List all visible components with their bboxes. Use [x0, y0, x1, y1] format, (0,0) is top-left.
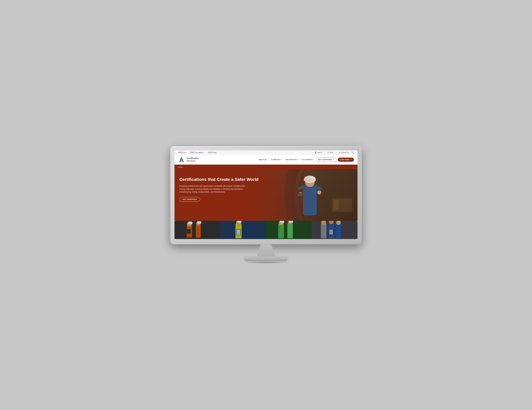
hero-description: Equipping professionals and organization…: [179, 185, 246, 193]
asnt-org-label: ASNT.org: [178, 152, 185, 153]
nav-recertification-label: Recertification: [285, 159, 297, 161]
nav-about-us-label: About Us: [259, 159, 266, 161]
get-certified-nav-button[interactable]: GET CERTIFIED ↗: [316, 157, 336, 162]
user-icon: 👤: [314, 151, 317, 154]
strip-image-3: [266, 221, 312, 239]
hero-content: Certifications that Create a Safer World…: [174, 169, 263, 206]
store-link[interactable]: 🛍 Store: [327, 152, 333, 153]
svg-rect-2: [181, 159, 182, 161]
hero-get-certified-label: GET CERTIFIED: [182, 199, 197, 200]
strip-3-overlay: [266, 221, 312, 239]
main-navigation: Certification Services About Us ▾ Certif…: [174, 155, 358, 164]
logo-certification: Certification: [187, 157, 199, 160]
monitor-shadow: [242, 261, 290, 264]
hero-title: Certifications that Create a Safer World: [179, 177, 258, 182]
strip-4-overlay: [312, 221, 358, 239]
strip-image-2: [220, 221, 266, 239]
monitor-bezel: ASNT.org ↗ ASNT Foundation ↗ ASNT India …: [170, 146, 362, 245]
mail-icon: ✉: [339, 152, 340, 154]
logo-services: Services: [187, 160, 199, 162]
nav-certification[interactable]: Certification ▾: [269, 158, 283, 162]
join-asnt-button[interactable]: JOIN ASNT ↗: [338, 158, 354, 162]
nav-links: About Us ▾ Certification ▾ Recertificati…: [257, 157, 354, 162]
asnt-foundation-link[interactable]: ASNT Foundation ↗: [190, 152, 205, 153]
screen: ASNT.org ↗ ASNT Foundation ↗ ASNT India …: [174, 150, 358, 239]
chevron-down-icon-recert: ▾: [298, 159, 298, 160]
external-link-icon-cert: ↗: [332, 159, 334, 161]
chevron-down-icon-accred: ▾: [313, 159, 314, 160]
logo-area[interactable]: Certification Services: [178, 156, 199, 163]
image-strip: [174, 221, 358, 239]
divider-2: |: [336, 151, 336, 154]
breadcrumb-home[interactable]: Home: [178, 166, 182, 168]
hero-get-certified-button[interactable]: GET CERTIFIED: [179, 197, 200, 202]
asnt-foundation-label: ASNT Foundation: [190, 152, 203, 153]
get-certified-nav-label: GET CERTIFIED: [318, 159, 332, 161]
search-icon: 🔍: [351, 151, 354, 154]
nav-certification-label: Certification: [271, 159, 281, 161]
monitor-wrapper: ASNT.org ↗ ASNT Foundation ↗ ASNT India …: [170, 146, 362, 264]
strip-2-overlay: [220, 221, 266, 239]
store-icon: 🛍: [327, 152, 329, 153]
asnt-org-link[interactable]: ASNT.org ↗: [178, 152, 187, 153]
monitor-base: [245, 257, 287, 260]
login-label: Log In: [317, 152, 322, 153]
asnt-india-label: ASNT India: [208, 152, 217, 153]
join-asnt-label: JOIN ASNT: [340, 159, 350, 161]
top-utility-bar: ASNT.org ↗ ASNT Foundation ↗ ASNT India …: [174, 150, 358, 155]
login-link[interactable]: 👤 Log In: [314, 151, 322, 154]
store-label: Store: [329, 152, 333, 153]
strip-1-overlay: [174, 221, 220, 239]
contact-us-link[interactable]: ✉ Contact Us: [339, 152, 349, 154]
breadcrumb-bar: Home: [174, 164, 358, 169]
top-bar-left-links: ASNT.org ↗ ASNT Foundation ↗ ASNT India: [178, 152, 217, 153]
top-bar-right-links: 👤 Log In | 🛍 Store | ✉ Contact Us 🔍: [314, 151, 354, 154]
hero-section: Certifications that Create a Safer World…: [174, 169, 358, 221]
logo-icon: [178, 156, 185, 163]
nav-accreditation-label: Accreditation: [302, 159, 313, 161]
external-link-icon-1: ↗: [186, 152, 187, 153]
search-button[interactable]: 🔍: [351, 151, 354, 154]
asnt-india-link[interactable]: ASNT India: [208, 152, 217, 153]
nav-recertification[interactable]: Recertification ▾: [284, 158, 300, 162]
chevron-down-icon-cert: ▾: [281, 159, 282, 160]
divider-1: |: [324, 151, 325, 154]
logo-text-area: Certification Services: [187, 157, 199, 162]
strip-image-1: [174, 221, 220, 239]
nav-accreditation[interactable]: Accreditation ▾: [301, 158, 315, 162]
chevron-down-icon-about: ▾: [266, 159, 267, 160]
monitor-neck: [257, 245, 275, 257]
strip-image-4: [312, 221, 358, 239]
asnt-logo-svg: [178, 156, 185, 163]
external-link-icon-join: ↗: [350, 159, 352, 161]
contact-us-label: Contact Us: [341, 152, 349, 153]
nav-about-us[interactable]: About Us ▾: [257, 158, 269, 162]
external-link-icon-2: ↗: [204, 152, 205, 153]
